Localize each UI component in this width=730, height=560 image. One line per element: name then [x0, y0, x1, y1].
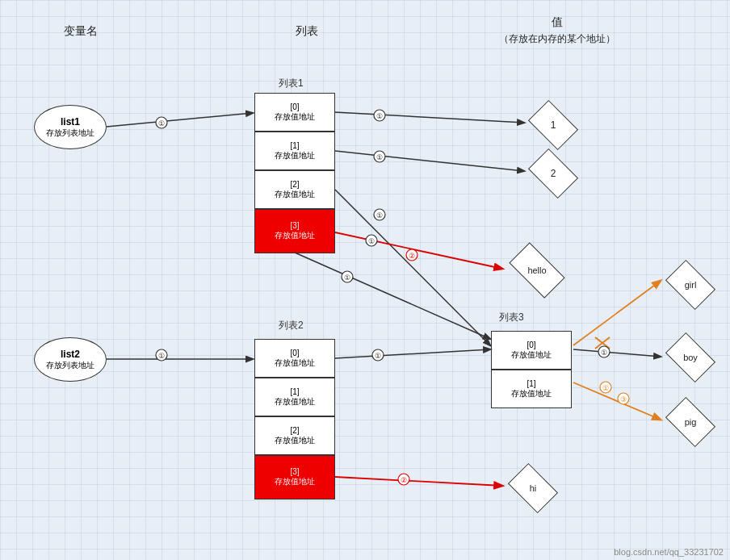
- list2-cell-1: [1] 存放值地址: [254, 378, 335, 416]
- svg-text:②: ②: [409, 252, 415, 260]
- diamond-hi: hi: [505, 468, 561, 508]
- svg-line-23: [335, 477, 502, 486]
- canvas: 变量名 列表 值 （存放在内存的某个地址） list1 存放列表地址 list2…: [0, 0, 730, 560]
- list3-cell-0: [0] 存放值地址: [491, 331, 572, 370]
- svg-point-7: [374, 151, 385, 162]
- list1-cell-1: [1] 存放值地址: [254, 132, 335, 170]
- header-varname: 变量名: [40, 24, 121, 39]
- list1-label: 列表1: [279, 77, 304, 90]
- svg-line-3: [335, 112, 524, 123]
- arrows-svg: ① ① ① ① ① ② ① ① ②: [0, 0, 730, 560]
- svg-text:②: ②: [401, 476, 407, 484]
- list2-label: 列表2: [279, 319, 304, 332]
- diamond-2: 2: [525, 153, 581, 194]
- list1-cell-2: [2] 存放值地址: [254, 170, 335, 209]
- svg-text:①: ①: [601, 349, 607, 357]
- list2-cell-3: [3] 存放值地址: [254, 455, 335, 499]
- oval-list1: list1 存放列表地址: [34, 105, 107, 149]
- watermark: blog.csdn.net/qq_33231702: [614, 547, 724, 557]
- svg-line-27: [595, 337, 610, 349]
- header-value: 值 （存放在内存的某个地址）: [476, 15, 638, 46]
- svg-line-28: [595, 337, 610, 349]
- svg-text:③: ③: [620, 395, 627, 403]
- diamond-pig: pig: [662, 402, 719, 442]
- svg-line-12: [335, 232, 502, 269]
- diamond-boy: boy: [662, 337, 719, 378]
- list2-cell-2: [2] 存放值地址: [254, 416, 335, 455]
- svg-point-33: [600, 382, 611, 393]
- svg-text:①: ①: [158, 352, 165, 360]
- svg-point-10: [374, 209, 385, 220]
- svg-text:①: ①: [376, 112, 383, 120]
- svg-line-0: [107, 113, 253, 127]
- svg-point-4: [374, 110, 385, 121]
- svg-text:①: ①: [602, 384, 609, 392]
- svg-text:①: ①: [368, 237, 375, 245]
- svg-point-24: [398, 474, 409, 485]
- svg-text:①: ①: [375, 352, 381, 360]
- svg-text:①: ①: [344, 274, 350, 282]
- header-list: 列表: [266, 24, 347, 39]
- svg-text:①: ①: [158, 119, 165, 127]
- list3-label: 列表3: [499, 311, 524, 324]
- svg-line-6: [335, 151, 524, 171]
- list1-cell-0: [0] 存放值地址: [254, 93, 335, 132]
- svg-point-38: [342, 271, 353, 282]
- list2-cell-0: [0] 存放值地址: [254, 339, 335, 378]
- svg-point-1: [156, 117, 167, 128]
- svg-line-37: [295, 253, 490, 339]
- oval-list2: list2 存放列表地址: [34, 337, 107, 382]
- svg-point-30: [598, 346, 610, 357]
- svg-line-32: [573, 382, 661, 420]
- diamond-1: 1: [525, 105, 581, 145]
- svg-text:①: ①: [376, 211, 383, 219]
- svg-point-15: [406, 249, 417, 261]
- svg-line-20: [335, 349, 490, 358]
- svg-point-35: [618, 393, 629, 404]
- svg-line-29: [573, 349, 661, 357]
- svg-text:①: ①: [376, 153, 383, 161]
- svg-point-13: [366, 235, 377, 246]
- diamond-girl: girl: [662, 265, 719, 305]
- list1-cell-3: [3] 存放值地址: [254, 209, 335, 253]
- list3-cell-1: [1] 存放值地址: [491, 370, 572, 408]
- svg-line-9: [335, 190, 490, 345]
- svg-point-18: [156, 349, 167, 361]
- diamond-hello: hello: [505, 250, 569, 290]
- svg-line-26: [573, 281, 661, 345]
- svg-point-21: [372, 349, 384, 361]
